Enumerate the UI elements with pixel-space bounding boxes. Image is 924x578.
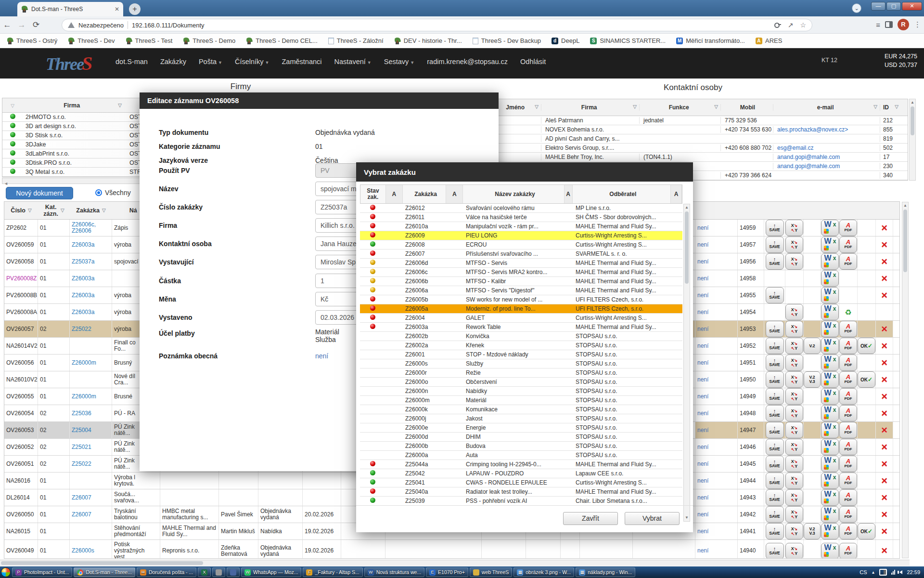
filter-icon[interactable]: ▽ [118,103,122,108]
delete-icon[interactable]: ✕ [881,392,887,402]
popup-order-row[interactable]: Z26012Svařování ocelového rámuMP Line s.… [360,204,682,213]
contact-email[interactable]: esg@email.cz [773,144,880,151]
word-excel-button[interactable]: Wx [821,338,839,354]
taskbar-item[interactable]: WNová struktura we... [364,567,424,577]
bookmark-item[interactable]: SSINAMICS STARTER... [590,37,666,44]
taskbar-item[interactable]: ▦náklady.png - Win... [576,567,635,577]
delete-icon[interactable]: ✕ [881,459,887,469]
save-button[interactable]: ↑SAVE [766,371,784,388]
firms-hscrollbar[interactable]: ◄ [2,178,141,184]
popup-order-row[interactable]: Z26005aModerniz. of prod. line To...UFI … [360,304,682,314]
word-excel-button[interactable]: Wx [821,287,839,303]
word-excel-button[interactable]: Wx [821,543,839,559]
nav-item-odhl-sit[interactable]: Odhlásit [520,58,546,66]
save-button[interactable]: ↑SAVE [766,439,784,455]
delete-icon[interactable]: ✕ [881,425,887,435]
popup-order-row[interactable]: Z26000dDHIMSTOPSAU s.r.o. [360,433,682,442]
taskbar-item[interactable]: X [198,567,211,577]
delete-icon[interactable]: ✕ [881,358,887,368]
save-button[interactable]: ↑SAVE [766,355,784,371]
filter-icon[interactable]: ▽ [535,104,539,111]
swap-xy-button[interactable]: X↘↖Y [785,236,803,253]
popup-order-row[interactable]: Z26000bBudovaSTOPSAU s.r.o. [360,442,682,451]
save-button[interactable]: ↑SAVE [766,422,784,438]
swap-xy-button[interactable]: X↘↖Y [785,523,803,539]
taskbar-item[interactable]: ✉Doručená pošta - ... [137,567,196,577]
browser-tab[interactable]: Dot.S-man - ThreeS ✕ [17,2,123,16]
side-panel-icon[interactable] [885,21,893,28]
popup-order-row[interactable]: Z26006dMTFSO - ServisMAHLE Thermal and F… [360,259,682,268]
delete-icon[interactable]: ✕ [881,546,887,556]
save-button[interactable]: ↑SAVE [766,338,784,354]
save-button[interactable]: ↑SAVE [766,523,784,539]
taskbar-item[interactable]: WWhatsApp — Moz... [241,567,301,577]
delete-icon[interactable]: ✕ [881,493,887,503]
delete-icon[interactable]: ✕ [881,274,887,284]
reload-icon[interactable]: ⟳ [29,20,43,30]
word-excel-button[interactable]: Wx [821,523,839,539]
taskbar-item[interactable] [212,567,225,577]
pdf-button[interactable]: APDF [839,220,857,236]
bookmark-item[interactable]: AARES [756,37,782,44]
nav-item-dot-s-man[interactable]: dot.S-man [116,58,148,66]
delete-icon[interactable]: ✕ [881,442,887,452]
swap-xy-button[interactable]: X↘↖Y [785,543,803,559]
window-maximize-button[interactable]: ▢ [886,2,901,11]
pdf-button[interactable]: APDF [839,543,857,559]
ok-button[interactable]: OK✓ [858,371,875,388]
popup-order-row[interactable]: Z25042LAPAUW - POUZDROLapauw CEE s.r.o. [360,469,682,478]
delete-icon[interactable]: ✕ [881,240,887,250]
bookmark-star-icon[interactable]: ☆ [800,21,806,29]
save-button[interactable]: ↑SAVE [766,321,784,337]
popup-order-row[interactable]: Z25039PSS - pohřební vozík AIChair. Libo… [360,497,682,506]
popup-order-row[interactable]: Z26000oObčerstveníSTOPSAU s.r.o. [360,378,682,387]
swap-xy-button[interactable]: X↘↖Y [785,473,803,489]
swap-xy-button[interactable]: X↘↖Y [785,506,803,523]
taskbar-item[interactable]: Dot.S-man - Three... [74,567,135,577]
popup-order-row[interactable]: Z26008ECROUCurtiss-Wright Arresting S... [360,240,682,250]
swap-xy-button[interactable]: X↘↖Y [785,220,803,236]
contact-email[interactable]: ales.prochazka@novex.cz> [773,126,880,133]
popup-order-row[interactable]: Z25041CWAS - RONDELLE EPAULEECurtiss-Wri… [360,478,682,487]
pdf-button[interactable]: APDF [839,253,857,270]
window-close-button[interactable]: ✕ [902,2,922,11]
save-button[interactable]: ↑SAVE [766,506,784,523]
swap-xy-button[interactable]: X↘↖Y [785,405,803,421]
save-button[interactable]: ↑SAVE [766,543,784,559]
chevron-down-icon[interactable]: ⌄ [852,3,861,13]
browser-menu-icon[interactable]: ⋮ [914,20,921,29]
filter-icon[interactable]: ▽ [11,103,14,108]
popup-order-row[interactable]: Z26006bMTFSO - KalibrMAHLE Thermal and F… [360,277,682,286]
bookmark-item[interactable]: dDeepL [552,37,579,44]
filter-icon[interactable]: ▽ [28,207,32,214]
contact-row[interactable]: Elektro Servis Group, s.r....+420 608 88… [499,144,908,153]
word-excel-button[interactable]: Wx [821,456,839,472]
docs-hscrollbar[interactable] [0,560,910,566]
swap-xy-button[interactable]: X↘↖Y [785,321,803,337]
popup-sort-a[interactable]: A [670,185,682,203]
password-key-icon[interactable] [774,22,781,28]
nav-item--seln-ky[interactable]: Číselníky▼ [235,58,270,66]
taskbar-item[interactable]: PPhotoImpact - Unt... [12,567,72,577]
popup-vscrollbar[interactable]: ▲ ▼ [683,204,690,522]
reading-list-icon[interactable]: ≡ [876,21,880,29]
new-document-button[interactable]: Nový dokument [6,187,73,199]
taskbar-item[interactable]: F_Faktury - Altap S... [303,567,362,577]
network-icon[interactable] [891,570,895,575]
word-excel-button[interactable]: Wx [821,321,839,337]
address-bar[interactable]: Nezabezpečeno 192.168.0.111/Dokumenty ↗ … [62,19,812,31]
popup-order-row[interactable]: Z26006aMTFSO - Servis "Digestoř"MAHLE Th… [360,286,682,295]
word-excel-button[interactable]: Wx [821,220,839,236]
popup-sort-a[interactable]: A [446,185,463,203]
pdf-button[interactable]: APDF [839,456,857,472]
swap-xy-button[interactable]: X↘↖Y [785,304,803,320]
word-excel-button[interactable]: Wx [821,371,839,388]
tray-expand-icon[interactable]: ▲ [872,570,875,575]
word-excel-button[interactable]: Wx [821,489,839,506]
delete-icon[interactable]: ✕ [881,526,887,537]
delete-icon[interactable]: ✕ [881,408,887,419]
popup-order-row[interactable]: Z26010aManipulační vozík - rám pr...MAHL… [360,222,682,231]
tray-clock[interactable]: 22:59 [907,569,920,575]
pdf-button[interactable]: APDF [839,489,857,506]
nav-item-sestavy[interactable]: Sestavy▼ [384,58,415,66]
